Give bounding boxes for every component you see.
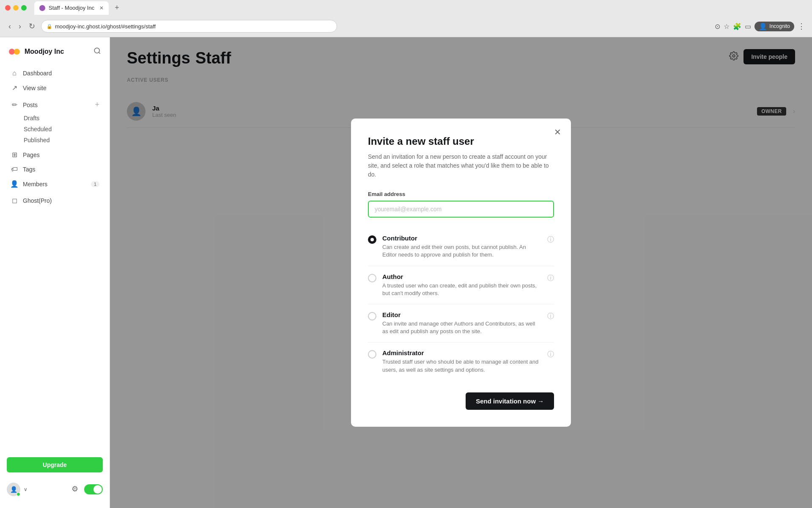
author-desc: A trusted user who can create, edit and … bbox=[382, 282, 541, 297]
sidebar-item-posts[interactable]: ✏ Posts + bbox=[5, 97, 104, 113]
editor-radio[interactable] bbox=[368, 312, 376, 320]
contributor-desc: Can create and edit their own posts, but… bbox=[382, 243, 541, 259]
editor-desc: Can invite and manage other Authors and … bbox=[382, 320, 541, 335]
bookmark-icon[interactable]: ☆ bbox=[724, 22, 730, 30]
sidebar-item-view-site[interactable]: ↗ View site bbox=[5, 80, 104, 95]
svg-point-1 bbox=[14, 49, 20, 55]
sidebar-item-ghost-pro[interactable]: ◻ Ghost(Pro) bbox=[5, 193, 104, 208]
role-item-author: Author A trusted user who can create, ed… bbox=[368, 266, 554, 304]
address-bar[interactable]: 🔒 moodjoy-inc.ghost.io/ghost/#settings/s… bbox=[41, 20, 337, 33]
author-content: Author A trusted user who can create, ed… bbox=[382, 273, 541, 297]
sidebar-item-drafts[interactable]: Drafts bbox=[19, 113, 104, 124]
browser-chrome: Staff - Moodjoy Inc ✕ + ‹ › ↻ 🔒 moodjoy-… bbox=[0, 0, 812, 37]
editor-content: Editor Can invite and manage other Autho… bbox=[382, 311, 541, 335]
contributor-name: Contributor bbox=[382, 235, 541, 242]
contributor-info-icon[interactable]: ⓘ bbox=[547, 235, 554, 244]
settings-icon[interactable]: ⚙ bbox=[71, 484, 78, 494]
chevron-down-icon: ∨ bbox=[24, 486, 27, 492]
lock-icon: 🔒 bbox=[47, 24, 52, 29]
theme-toggle[interactable] bbox=[84, 484, 103, 494]
invite-modal: ✕ Invite a new staff user Send an invita… bbox=[351, 119, 571, 427]
app: Moodjoy Inc ⌂ Dashboard ↗ View site ✏ Po… bbox=[0, 37, 812, 508]
minimize-dot[interactable] bbox=[13, 5, 19, 11]
tags-label: Tags bbox=[23, 166, 99, 173]
posts-label: Posts bbox=[23, 102, 91, 108]
tab-title: Staff - Moodjoy Inc bbox=[49, 5, 94, 11]
sidebar-item-scheduled[interactable]: Scheduled bbox=[19, 124, 104, 135]
send-invitation-button[interactable]: Send invitation now → bbox=[466, 392, 554, 410]
sidebar-footer: 👤 ∨ ⚙ bbox=[0, 478, 110, 500]
external-link-icon: ↗ bbox=[10, 84, 19, 92]
ghost-pro-label: Ghost(Pro) bbox=[23, 197, 99, 204]
posts-icon: ✏ bbox=[10, 101, 19, 109]
home-icon: ⌂ bbox=[10, 69, 19, 77]
role-item-administrator: Administrator Trusted staff user who sho… bbox=[368, 342, 554, 380]
sidebar-header: Moodjoy Inc bbox=[0, 46, 110, 66]
maximize-dot[interactable] bbox=[21, 5, 27, 11]
nav-section-main: ⌂ Dashboard ↗ View site bbox=[0, 66, 110, 95]
new-tab-button[interactable]: + bbox=[115, 3, 119, 12]
brand: Moodjoy Inc bbox=[8, 46, 64, 58]
footer-icons: ⚙ bbox=[71, 484, 103, 494]
contributor-content: Contributor Can create and edit their ow… bbox=[382, 235, 541, 259]
sidebar-item-pages[interactable]: ⊞ Pages bbox=[5, 147, 104, 162]
back-button[interactable]: ‹ bbox=[7, 20, 13, 33]
sidebar-spacer bbox=[0, 210, 110, 452]
email-label: Email address bbox=[368, 191, 554, 197]
editor-name: Editor bbox=[382, 311, 541, 318]
modal-overlay[interactable]: ✕ Invite a new staff user Send an invita… bbox=[110, 37, 812, 508]
sidebar-item-published[interactable]: Published bbox=[19, 135, 104, 146]
editor-info-icon[interactable]: ⓘ bbox=[547, 312, 554, 321]
ghost-icon: ◻ bbox=[10, 196, 19, 204]
user-avatar-area[interactable]: 👤 ∨ bbox=[7, 483, 27, 496]
brand-logo bbox=[8, 46, 20, 58]
cast-icon[interactable]: ⊙ bbox=[715, 22, 720, 30]
browser-titlebar: Staff - Moodjoy Inc ✕ + bbox=[0, 0, 812, 16]
sidebar-toggle-icon[interactable]: ▭ bbox=[745, 22, 751, 30]
svg-point-0 bbox=[9, 49, 15, 55]
tab-close-button[interactable]: ✕ bbox=[99, 5, 104, 11]
members-icon: 👤 bbox=[10, 180, 19, 188]
sidebar-item-members[interactable]: 👤 Members 1 bbox=[5, 177, 104, 191]
modal-footer: Send invitation now → bbox=[368, 392, 554, 410]
view-site-label: View site bbox=[23, 85, 99, 91]
more-button[interactable]: ⋮ bbox=[798, 22, 805, 31]
sidebar-item-tags[interactable]: 🏷 Tags bbox=[5, 162, 104, 177]
modal-close-button[interactable]: ✕ bbox=[551, 125, 564, 139]
pages-icon: ⊞ bbox=[10, 151, 19, 159]
author-info-icon[interactable]: ⓘ bbox=[547, 274, 554, 283]
browser-tab[interactable]: Staff - Moodjoy Inc ✕ bbox=[34, 1, 109, 15]
search-button[interactable] bbox=[93, 47, 101, 57]
browser-dots bbox=[5, 5, 27, 11]
incognito-icon: 👤 bbox=[759, 22, 767, 30]
online-indicator bbox=[16, 492, 20, 496]
author-radio[interactable] bbox=[368, 274, 376, 282]
administrator-radio[interactable] bbox=[368, 350, 376, 359]
nav-section-content: ⊞ Pages 🏷 Tags 👤 Members 1 bbox=[0, 147, 110, 191]
toggle-knob bbox=[93, 485, 102, 494]
address-text: moodjoy-inc.ghost.io/ghost/#settings/sta… bbox=[55, 23, 156, 30]
reload-button[interactable]: ↻ bbox=[27, 20, 37, 33]
sidebar: Moodjoy Inc ⌂ Dashboard ↗ View site ✏ Po… bbox=[0, 37, 110, 508]
upgrade-button[interactable]: Upgrade bbox=[7, 457, 103, 472]
pages-label: Pages bbox=[23, 152, 99, 158]
add-post-icon[interactable]: + bbox=[95, 100, 99, 109]
administrator-desc: Trusted staff user who should be able to… bbox=[382, 358, 541, 373]
main-content: Settings Staff Invite people ACTIVE USER… bbox=[110, 37, 812, 508]
tab-favicon bbox=[39, 5, 45, 11]
sidebar-item-dashboard[interactable]: ⌂ Dashboard bbox=[5, 66, 104, 80]
nav-section-posts: ✏ Posts + Drafts Scheduled Published bbox=[0, 97, 110, 146]
forward-button[interactable]: › bbox=[17, 20, 23, 33]
avatar: 👤 bbox=[7, 483, 20, 496]
email-input[interactable] bbox=[368, 201, 554, 218]
close-dot[interactable] bbox=[5, 5, 11, 11]
administrator-content: Administrator Trusted staff user who sho… bbox=[382, 349, 541, 373]
svg-point-2 bbox=[94, 48, 99, 53]
administrator-info-icon[interactable]: ⓘ bbox=[547, 350, 554, 359]
modal-title: Invite a new staff user bbox=[368, 135, 554, 147]
author-name: Author bbox=[382, 273, 541, 280]
members-count: 1 bbox=[91, 181, 99, 187]
extensions-icon[interactable]: 🧩 bbox=[733, 22, 741, 30]
contributor-radio[interactable] bbox=[368, 235, 376, 244]
dashboard-label: Dashboard bbox=[23, 70, 99, 77]
